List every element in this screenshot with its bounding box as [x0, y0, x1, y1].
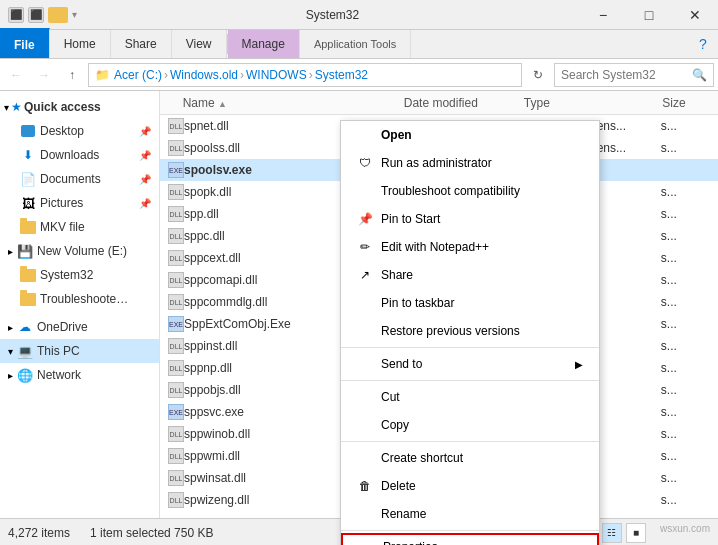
menu-separator	[341, 441, 599, 442]
path-part-2[interactable]: Windows.old	[170, 68, 238, 82]
menu-item-label: Edit with Notepad++	[381, 240, 583, 254]
search-box[interactable]: 🔍	[554, 63, 714, 87]
folder-icon	[48, 7, 68, 23]
context-menu-item-share[interactable]: ↗Share	[341, 261, 599, 289]
path-part-3[interactable]: WINDOWS	[246, 68, 307, 82]
context-menu-item-create-shortcut[interactable]: Create shortcut	[341, 444, 599, 472]
thispc-icon: 💻	[17, 343, 33, 359]
sidebar: ▾ ★ Quick access Desktop 📌 ⬇ Downloads 📌…	[0, 91, 160, 518]
menu-item-icon: 🗑	[357, 478, 373, 494]
menu-item-label: Restore previous versions	[381, 324, 583, 338]
back-button[interactable]: ←	[4, 63, 28, 87]
menu-item-icon: ↗	[357, 267, 373, 283]
search-input[interactable]	[561, 68, 688, 82]
tab-manage[interactable]: Manage	[228, 30, 300, 58]
forward-button[interactable]: →	[32, 63, 56, 87]
file-icon: DLL	[168, 250, 184, 266]
dropdown-arrow[interactable]: ▾	[72, 9, 77, 20]
tab-file[interactable]: File	[0, 28, 50, 58]
sidebar-onedrive-label: OneDrive	[37, 320, 88, 334]
context-menu-item-cut[interactable]: Cut	[341, 383, 599, 411]
sidebar-item-troubleshooter[interactable]: Troubleshooter Wor	[0, 287, 159, 311]
pin-icon4: 📌	[139, 198, 151, 209]
view-icons-button[interactable]: ■	[626, 523, 646, 543]
sidebar-item-downloads[interactable]: ⬇ Downloads 📌	[0, 143, 159, 167]
context-menu-item-edit-with-notepad++[interactable]: ✏Edit with Notepad++	[341, 233, 599, 261]
minimize-button[interactable]: −	[580, 0, 626, 30]
menu-item-icon	[357, 450, 373, 466]
file-icon: EXE	[168, 316, 184, 332]
context-menu-item-pin-to-taskbar[interactable]: Pin to taskbar	[341, 289, 599, 317]
sidebar-item-onedrive[interactable]: ▸ ☁ OneDrive	[0, 315, 159, 339]
context-menu-item-send-to[interactable]: Send to▶	[341, 350, 599, 378]
col-header-type[interactable]: Type	[520, 96, 658, 110]
file-size: s...	[657, 207, 714, 221]
context-menu-item-delete[interactable]: 🗑Delete	[341, 472, 599, 500]
selected-info: 1 item selected 750 KB	[90, 526, 213, 540]
path-part-1[interactable]: Acer (C:)	[114, 68, 162, 82]
tab-share[interactable]: Share	[111, 30, 172, 58]
help-icon[interactable]: ?	[688, 30, 718, 58]
context-menu-item-rename[interactable]: Rename	[341, 500, 599, 528]
context-menu-item-copy[interactable]: Copy	[341, 411, 599, 439]
expand-icon3: ▸	[8, 322, 13, 333]
sidebar-item-pictures[interactable]: 🖼 Pictures 📌	[0, 191, 159, 215]
titlebar-icon2[interactable]: ⬛	[28, 7, 44, 23]
sidebar-item-thispc[interactable]: ▾ 💻 This PC	[0, 339, 159, 363]
tab-home[interactable]: Home	[50, 30, 111, 58]
file-size: s...	[657, 471, 714, 485]
menu-item-label: Run as administrator	[381, 156, 583, 170]
maximize-button[interactable]: □	[626, 0, 672, 30]
expand-icon2: ▸	[8, 246, 13, 257]
sidebar-pictures-label: Pictures	[40, 196, 83, 210]
context-menu-item-open[interactable]: Open	[341, 121, 599, 149]
menu-item-label: Troubleshoot compatibility	[381, 184, 583, 198]
quick-access-header[interactable]: ▾ ★ Quick access	[0, 95, 159, 119]
sidebar-item-mkvfile[interactable]: MKV file	[0, 215, 159, 239]
file-icon: DLL	[168, 338, 184, 354]
context-menu-item-restore-previous-versions[interactable]: Restore previous versions	[341, 317, 599, 345]
file-size: s...	[657, 427, 714, 441]
file-size: s...	[657, 251, 714, 265]
sidebar-desktop-label: Desktop	[40, 124, 84, 138]
network-icon: 🌐	[17, 367, 33, 383]
sidebar-item-documents[interactable]: 📄 Documents 📌	[0, 167, 159, 191]
context-menu-item-pin-to-start[interactable]: 📌Pin to Start	[341, 205, 599, 233]
expand-icon5: ▸	[8, 370, 13, 381]
sidebar-item-newvolume[interactable]: ▸ 💾 New Volume (E:)	[0, 239, 159, 263]
item-count: 4,272 items	[8, 526, 70, 540]
tab-application-tools[interactable]: Application Tools	[300, 30, 411, 58]
up-button[interactable]: ↑	[60, 63, 84, 87]
address-path[interactable]: 📁 Acer (C:) › Windows.old › WINDOWS › Sy…	[88, 63, 522, 87]
col-header-date[interactable]: Date modified	[400, 96, 520, 110]
file-size: s...	[657, 317, 714, 331]
context-menu-item-properties[interactable]: Properties	[341, 533, 599, 545]
path-part-4[interactable]: System32	[315, 68, 368, 82]
file-size: s...	[657, 405, 714, 419]
file-icon: DLL	[168, 184, 184, 200]
sidebar-item-system32[interactable]: System32	[0, 263, 159, 287]
menu-item-icon	[357, 295, 373, 311]
tab-view[interactable]: View	[172, 30, 227, 58]
context-menu-item-troubleshoot-compatibility[interactable]: Troubleshoot compatibility	[341, 177, 599, 205]
col-header-size[interactable]: Size	[658, 96, 714, 110]
refresh-button[interactable]: ↻	[526, 63, 550, 87]
close-button[interactable]: ✕	[672, 0, 718, 30]
view-details-button[interactable]: ☷	[602, 523, 622, 543]
menu-item-icon	[357, 506, 373, 522]
menu-item-icon	[357, 389, 373, 405]
sidebar-item-desktop[interactable]: Desktop 📌	[0, 119, 159, 143]
documents-icon: 📄	[20, 171, 36, 187]
statusbar-right: ☷ ■ wsxun.com	[602, 523, 710, 543]
file-icon: DLL	[168, 426, 184, 442]
menu-item-icon	[357, 183, 373, 199]
submenu-arrow-icon: ▶	[575, 359, 583, 370]
quick-access-icon[interactable]: ⬛	[8, 7, 24, 23]
menu-item-label: Pin to taskbar	[381, 296, 583, 310]
menu-item-label: Copy	[381, 418, 583, 432]
sidebar-item-network[interactable]: ▸ 🌐 Network	[0, 363, 159, 387]
context-menu-item-run-as-administrator[interactable]: 🛡Run as administrator	[341, 149, 599, 177]
file-icon: DLL	[168, 448, 184, 464]
sidebar-thispc-label: This PC	[37, 344, 80, 358]
col-header-name[interactable]: Name ▲	[179, 96, 400, 110]
